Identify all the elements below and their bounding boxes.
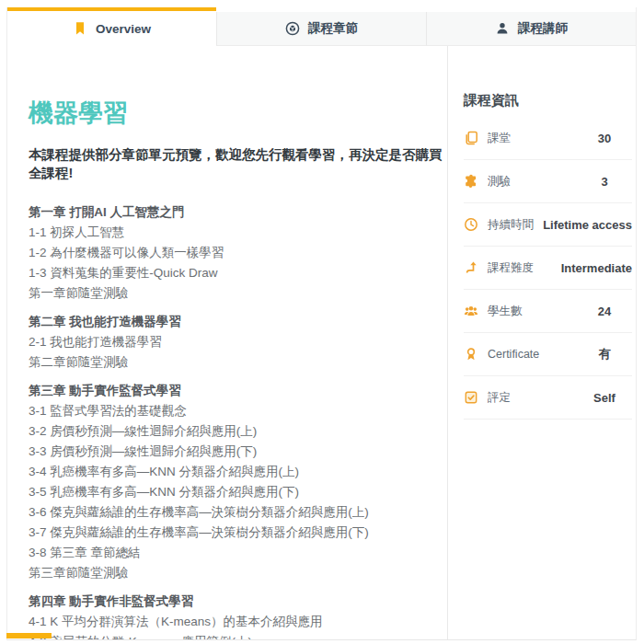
sidebar-row-value: 30	[577, 132, 632, 145]
chapter-item: 4-1 K 平均分群演算法（K-means）的基本介紹與應用	[29, 612, 447, 632]
chapter-item: 3-3 房價秒預測—線性迴歸介紹與應用(下)	[29, 442, 447, 462]
tab-course-instructor[interactable]: 課程講師	[426, 12, 636, 46]
tab-overview[interactable]: Overview	[7, 7, 216, 46]
course-info-sidebar: 課程資訊 課堂30測驗3持續時間Lifetime access課程難度Inter…	[447, 46, 636, 640]
chapter-item: 第一章節隨堂測驗	[29, 283, 447, 304]
bottom-yellow-strip	[6, 633, 52, 638]
chapter-item: 2-1 我也能打造機器學習	[29, 332, 447, 352]
assessment-icon	[464, 390, 478, 405]
sidebar-info-row: 學生數24	[464, 290, 632, 333]
chapter-title: 第三章 動手實作監督式學習	[29, 381, 447, 401]
certificate-icon	[464, 347, 478, 362]
chapter-block: 第一章 打開AI 人工智慧之門1-1 初探人工智慧1-2 為什麼機器可以像人類一…	[29, 202, 447, 304]
sidebar-row-label: 測驗	[488, 174, 511, 190]
course-title: 機器學習	[29, 98, 447, 129]
sidebar-info-row: 持續時間Lifetime access	[464, 203, 632, 247]
chapter-item: 3-1 監督式學習法的基礎觀念	[29, 401, 447, 421]
sidebar-info-row: Certificate有	[464, 333, 632, 376]
sidebar-row-label: 評定	[488, 390, 511, 406]
sidebar-row-label: 學生數	[488, 304, 523, 319]
chapter-item: 第三章節隨堂測驗	[29, 563, 447, 583]
quiz-icon	[464, 174, 478, 189]
chapter-title: 第二章 我也能打造機器學習	[29, 312, 447, 332]
chapter-item: 3-2 房價秒預測—線性迴歸介紹與應用(上)	[29, 421, 447, 442]
sidebar-row-label: 課程難度	[488, 260, 534, 276]
chapter-item: 3-4 乳癌機率有多高—KNN 分類器介紹與應用(上)	[29, 462, 447, 482]
chapter-item: 3-7 傑克與蘿絲誰的生存機率高—決策樹分類器介紹與應用(下)	[29, 523, 447, 543]
sidebar-title: 課程資訊	[464, 92, 632, 109]
chapter-item: 1-1 初探人工智慧	[29, 223, 447, 243]
sidebar-info-row: 評定Self	[464, 376, 632, 420]
sidebar-info-row: 課堂30	[464, 117, 632, 160]
chapter-title: 第一章 打開AI 人工智慧之門	[29, 202, 447, 223]
chapter-block: 第三章 動手實作監督式學習3-1 監督式學習法的基礎觀念3-2 房價秒預測—線性…	[29, 381, 447, 583]
course-intro: 本課程提供部分章節單元預覽，歡迎您先行觀看學習，再決定是否購買全課程!	[29, 145, 447, 182]
sidebar-rows: 課堂30測驗3持續時間Lifetime access課程難度Intermedia…	[464, 117, 632, 420]
sidebar-row-value: 3	[577, 175, 632, 189]
tab-course-instructor-label: 課程講師	[518, 20, 568, 37]
chapter-title: 第四章 動手實作非監督式學習	[29, 592, 447, 612]
sidebar-row-value: Lifetime access	[543, 218, 632, 232]
tab-overview-label: Overview	[96, 22, 151, 36]
sidebar-row-value: Intermediate	[561, 261, 632, 275]
level-icon	[464, 260, 478, 275]
sidebar-row-value: 有	[577, 346, 632, 362]
students-icon	[464, 304, 478, 318]
chapter-item: 1-3 資料蒐集的重要性-Quick Draw	[29, 263, 447, 283]
chapter-block: 第四章 動手實作非監督式學習4-1 K 平均分群演算法（K-means）的基本介…	[29, 592, 447, 640]
chapter-list: 第一章 打開AI 人工智慧之門1-1 初探人工智慧1-2 為什麼機器可以像人類一…	[29, 202, 447, 640]
sidebar-row-label: 課堂	[488, 131, 511, 146]
tab-bar: Overview 課程章節 課程講師	[7, 7, 636, 46]
sidebar-row-label: 持續時間	[488, 217, 534, 233]
card-body: 機器學習 本課程提供部分章節單元預覽，歡迎您先行觀看學習，再決定是否購買全課程!…	[7, 46, 636, 640]
tab-course-chapters[interactable]: 課程章節	[216, 12, 426, 46]
main-content: 機器學習 本課程提供部分章節單元預覽，歡迎您先行觀看學習，再決定是否購買全課程!…	[7, 46, 447, 640]
chapter-item: 第二章節隨堂測驗	[29, 352, 447, 373]
clock-icon	[464, 217, 478, 232]
tab-course-chapters-label: 課程章節	[308, 20, 358, 37]
sidebar-row-value: 24	[577, 305, 632, 318]
lessons-icon	[464, 131, 478, 145]
chapter-item: 4-2 鳶尾花的分群-K-means 應用範例(上)	[29, 632, 447, 640]
course-card: Overview 課程章節 課程講師 機器學	[6, 7, 637, 640]
sidebar-row-label: Certificate	[488, 348, 539, 361]
bookmark-icon	[73, 21, 87, 36]
chapter-item: 3-6 傑克與蘿絲誰的生存機率高—決策樹分類器介紹與應用(上)	[29, 502, 447, 523]
chapter-item: 3-5 乳癌機率有多高—KNN 分類器介紹與應用(下)	[29, 482, 447, 502]
person-icon	[495, 21, 510, 36]
sidebar-info-row: 課程難度Intermediate	[464, 247, 632, 290]
chapter-item: 3-8 第三章 章節總結	[29, 543, 447, 563]
chapter-item: 1-2 為什麼機器可以像人類一樣學習	[29, 243, 447, 263]
sidebar-info-row: 測驗3	[464, 160, 632, 203]
sidebar-row-value: Self	[577, 391, 632, 405]
cube-icon	[285, 21, 300, 36]
chapter-block: 第二章 我也能打造機器學習2-1 我也能打造機器學習第二章節隨堂測驗	[29, 312, 447, 373]
